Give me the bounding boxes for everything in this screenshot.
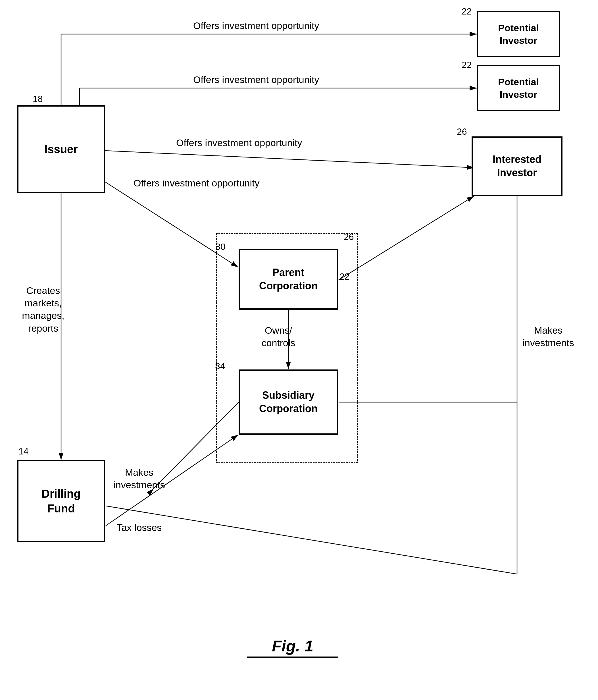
offers-3-label: Offers investment opportunity [176,136,302,149]
interested-investor-box: InterestedInvestor [472,136,563,196]
potential-investor-1-label: PotentialInvestor [498,22,539,47]
parent-corporation-box: ParentCorporation [239,249,338,310]
figure-label: Fig. 1 [250,636,335,655]
creates-label: Creates markets, manages, reports [15,284,72,334]
potential-investor-2-box: PotentialInvestor [477,65,560,111]
ref-18: 18 [33,94,43,104]
ref-30: 30 [215,242,226,252]
tax-losses-label: Tax losses [114,521,165,534]
issuer-label: Issuer [44,142,78,157]
svg-line-17 [106,506,517,574]
ref-22c: 22 [339,271,350,282]
owns-controls-label: Owns/ controls [253,324,304,349]
svg-line-7 [61,88,105,105]
ref-22b: 22 [462,60,472,70]
svg-line-19 [339,196,474,280]
offers-1-label: Offers investment opportunity [193,19,319,32]
potential-investor-2-label: PotentialInvestor [498,76,539,101]
drilling-fund-box: DrillingFund [17,460,105,542]
parent-corporation-label: ParentCorporation [259,266,318,293]
subsidiary-corporation-label: SubsidiaryCorporation [259,389,318,416]
ref-26a: 26 [457,126,467,137]
offers-4-label: Offers investment opportunity [133,177,259,189]
offers-2-label: Offers investment opportunity [193,73,319,86]
drilling-fund-label: DrillingFund [42,486,81,516]
interested-investor-label: InterestedInvestor [493,153,542,180]
subsidiary-corporation-box: SubsidiaryCorporation [239,370,338,435]
makes-investments-right-label: Makes investments [520,324,577,349]
svg-line-10 [105,151,474,168]
ref-14: 14 [19,446,29,457]
diagram: Issuer PotentialInvestor PotentialInvest… [0,0,598,700]
ref-22a: 22 [462,6,472,17]
potential-investor-1-box: PotentialInvestor [477,11,560,57]
ref-34: 34 [215,361,225,372]
figure-underline [247,656,338,658]
issuer-box: Issuer [17,105,105,193]
ref-26b: 26 [344,232,354,242]
makes-investments-bottom-label: Makes investments [111,466,167,491]
